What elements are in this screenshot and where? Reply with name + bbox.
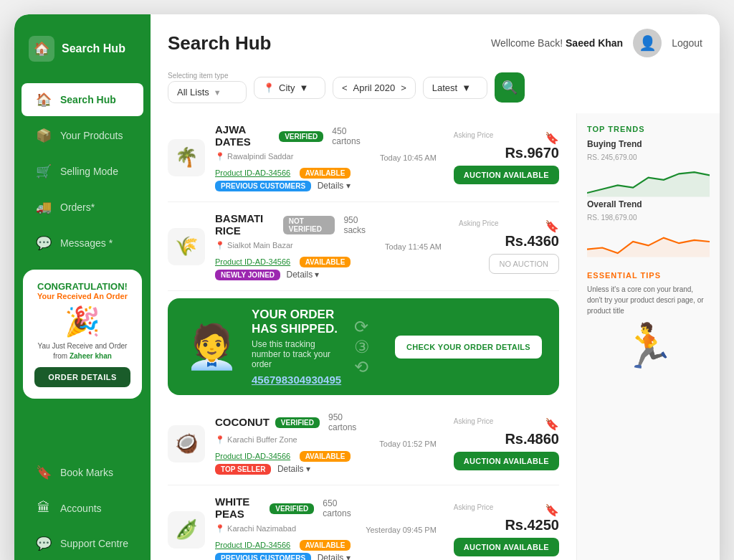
bookmark-icon[interactable]: 🔖 [545,219,559,233]
not-verified-badge: NOT VERIFIED [283,216,335,234]
top-seller-badge: TOP SELLER [215,464,271,475]
sidebar-item-messages[interactable]: 💬 Messages * [22,227,143,260]
auction-button[interactable]: AUCTION AVAILABLE [454,166,559,184]
asking-price-label: Asking Price [454,131,494,139]
table-row: 🥥 COCONUT VERIFIED 950 cartons 📍 Karachi… [168,402,559,485]
details-link[interactable]: Details ▾ [318,181,351,191]
product-price-area: Asking Price 🔖 Rs.4250 AUCTION AVAILABLE [454,503,559,556]
product-location: 📍 Karachi Nazimabad [215,524,356,533]
logout-button[interactable]: Logout [672,37,702,49]
sidebar-nav: 🏠 Search Hub 📦 Your Prodcuts 🛒 Selling M… [14,83,151,456]
table-row: 🌾 BASMATI RICE NOT VERIFIED 950 sacks 📍 … [168,202,559,291]
quantity: 450 cartons [332,126,370,146]
next-date-button[interactable]: > [401,82,406,93]
delivery-person-illustration: 🧑‍💼 [185,321,239,372]
sidebar-title: Search Hub [62,42,125,55]
product-meta: WHITE PEAS VERIFIED 650 cartons [215,495,356,521]
item-type-label: Selecting item type [168,72,247,80]
bookmark-icon[interactable]: 🔖 [545,417,559,431]
asking-price-label: Asking Price [459,219,499,227]
details-link[interactable]: Details ▾ [318,553,351,560]
available-badge: AVAILABLE [300,257,351,267]
search-icon: 🔍 [502,80,518,95]
overall-trend-value: RS. 198,679.00 [587,214,637,222]
date-value: April 2020 [353,82,396,93]
sort-filter[interactable]: Latest ▼ [423,77,487,99]
sidebar-item-label: Selling Mode [60,166,118,177]
product-id[interactable]: Product ID-AD-34566 [215,452,290,460]
banner-decorations: ⟳ ③ ⟲ [354,317,375,377]
no-auction-button[interactable]: NO AUCTION [489,254,559,274]
table-row: 🌴 AJWA DATES VERIFIED 450 cartons 📍 Rawa… [168,113,559,202]
verified-badge: VERIFIED [270,503,314,514]
message-icon: 💬 [36,235,52,251]
verified-badge: VERIFIED [279,131,323,142]
filters-bar: Selecting item type All Lists ▼ 📍 City ▼… [151,66,720,113]
product-image: 🌴 [168,139,205,176]
shipped-subtitle: Use this tracking number to track your o… [252,339,341,369]
sidebar-item-products[interactable]: 📦 Your Prodcuts [22,119,143,152]
auction-button[interactable]: AUCTION AVAILABLE [454,452,559,470]
details-link[interactable]: Details ▾ [286,270,319,280]
sidebar-item-search-hub[interactable]: 🏠 Search Hub [22,83,143,116]
product-id[interactable]: Product ID-AD-34566 [215,257,290,266]
auction-button[interactable]: AUCTION AVAILABLE [454,538,559,556]
sidebar-item-label: Book Marks [60,467,113,478]
cart-icon: 🛒 [36,163,52,179]
essential-tips-title: ESSENTIAL TIPS [587,271,710,280]
buying-trend-label: Buying Trend [587,139,710,149]
product-location: 📍 Rawalpindi Saddar [215,152,370,161]
asking-price-label: Asking Price [454,417,494,425]
top-trends-title: TOP TRENDS [587,125,710,133]
essential-tips-section: ESSENTIAL TIPS Unless it's a core con yo… [587,271,710,371]
item-type-select[interactable]: All Lists ▼ [168,81,247,103]
sidebar-item-label: Support Centre [60,538,128,549]
sidebar-item-label: Accounts [60,503,102,514]
product-price-area: Asking Price 🔖 Rs.9670 AUCTION AVAILABLE [454,131,559,184]
city-value: City [279,82,295,93]
congrats-link[interactable]: Zaheer khan [70,352,112,360]
prev-date-button[interactable]: < [342,82,348,93]
check-order-button[interactable]: CHECK YOUR ORDER DETAILS [395,336,542,359]
date-filter[interactable]: < April 2020 > [333,77,416,99]
product-price: Rs.4360 [459,233,559,250]
product-id[interactable]: Product ID-AD-34566 [215,541,290,549]
product-name: AJWA DATES [215,123,273,148]
top-trends-section: TOP TRENDS Buying Trend RS. 245,679.00 O… [587,125,710,260]
product-list: 🌴 AJWA DATES VERIFIED 450 cartons 📍 Rawa… [151,113,576,560]
home-icon: 🏠 [36,92,52,108]
product-id[interactable]: Product ID-AD-34566 [215,169,290,177]
avatar: 👤 [633,29,662,57]
product-meta: AJWA DATES VERIFIED 450 cartons [215,123,370,149]
product-badges: Product ID-AD-34566 AVAILABLE PREVIOUS C… [215,166,370,191]
shipped-title: YOUR ORDER HAS SHIPPED. [252,308,341,336]
sidebar-item-orders[interactable]: 🚚 Orders* [22,191,143,224]
shipped-banner: 🧑‍💼 YOUR ORDER HAS SHIPPED. Use this tra… [168,298,559,395]
order-details-button[interactable]: ORDER DETAILS [34,367,130,387]
congrats-title: CONGRATULATION! [34,281,130,292]
overall-trend-chart: RS. 198,679.00 [587,214,710,257]
product-time: Today 10:45 AM [380,153,437,162]
main-content: Search Hub Wellcome Back! Saeed Khan 👤 L… [151,14,720,560]
chevron-down-icon: ▼ [462,82,471,93]
product-meta: BASMATI RICE NOT VERIFIED 950 sacks [215,212,375,238]
bookmark-icon[interactable]: 🔖 [545,131,559,145]
quantity: 950 cartons [328,412,369,432]
topbar-right: Wellcome Back! Saeed Khan 👤 Logout [491,29,702,57]
city-filter[interactable]: 📍 City ▼ [254,77,325,99]
right-panel: TOP TRENDS Buying Trend RS. 245,679.00 O… [576,113,720,560]
details-link[interactable]: Details ▾ [277,464,310,474]
product-location: 📍 Sialkot Main Bazar [215,241,375,250]
bookmark-filled-icon[interactable]: 🔖 [545,503,559,517]
sidebar-item-support[interactable]: 💬 Support Centre [22,527,143,560]
prev-customer-badge: PREVIOUS CUSTOMERS [215,553,311,560]
customer-badge: PREVIOUS CUSTOMERS [215,181,311,191]
running-man-illustration: 🏃 [587,321,710,371]
sidebar-item-selling[interactable]: 🛒 Selling Mode [22,155,143,188]
sidebar-item-bookmarks[interactable]: 🔖 Book Marks [22,456,143,489]
sidebar-item-accounts[interactable]: 🏛 Accounts [22,492,143,524]
product-time: Today 01:52 PM [379,440,437,448]
search-button[interactable]: 🔍 [495,72,525,103]
tracking-number[interactable]: 456798304930495 [252,374,341,386]
welcome-text: Wellcome Back! Saeed Khan [491,37,623,49]
